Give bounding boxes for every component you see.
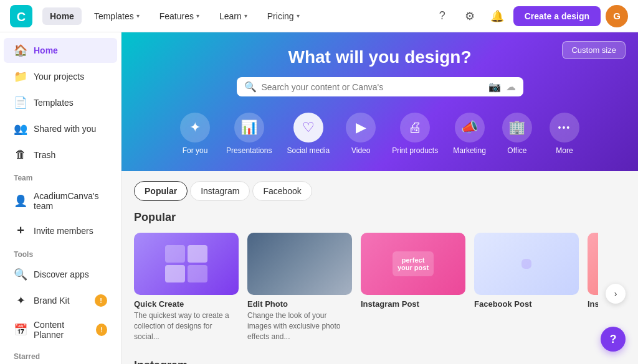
shared-icon: 👥 [14, 122, 27, 136]
category-more[interactable]: ••• More [542, 109, 587, 159]
sidebar-item-discover[interactable]: 🔍 Discover apps [4, 262, 117, 287]
card-instagram-story[interactable]: EngageyourAudience Instagram Story [588, 233, 598, 342]
sidebar-item-brand-kit[interactable]: ✦ Brand Kit ! [4, 288, 117, 313]
camera-icon[interactable]: 📷 [488, 81, 501, 93]
help-icon-button[interactable]: ? [431, 5, 454, 27]
nav-templates[interactable]: Templates ▾ [87, 7, 147, 25]
card-quick-create-desc: The quickest way to create a collection … [134, 310, 239, 342]
search-bar: 🔍 📷 ☁ [237, 77, 523, 96]
card-instagram-story-label: Instagram Story [588, 299, 598, 309]
settings-icon-button[interactable]: ⚙ [459, 5, 481, 27]
planner-badge: ! [96, 324, 107, 336]
foryou-icon: ✦ [180, 113, 210, 142]
chevron-down-icon: ▾ [297, 12, 300, 19]
instagram-section-title: Instagram [134, 359, 626, 364]
tab-bar: Popular Instagram Facebook [134, 181, 626, 201]
brand-kit-badge: ! [95, 294, 107, 307]
sidebar: 🏠 Home 📁 Your projects 📄 Templates 👥 Sha… [0, 32, 121, 364]
nav-features[interactable]: Features ▾ [152, 7, 207, 25]
card-edit-photo[interactable]: Edit Photo Change the look of your image… [247, 233, 352, 342]
top-navigation: C Home Templates ▾ Features ▾ Learn ▾ Pr… [0, 0, 638, 32]
search-input[interactable] [262, 82, 483, 92]
team-section-header: Team [0, 167, 121, 185]
tab-popular[interactable]: Popular [134, 181, 188, 201]
home-icon: 🏠 [14, 44, 27, 57]
category-social-media[interactable]: ♡ Social media [280, 109, 336, 159]
category-marketing[interactable]: 📣 Marketing [447, 109, 492, 159]
discover-icon: 🔍 [14, 268, 27, 281]
card-quick-create-label: Quick Create [134, 299, 239, 309]
app-container: C Home Templates ▾ Features ▾ Learn ▾ Pr… [0, 0, 638, 364]
category-foryou[interactable]: ✦ For you [173, 109, 217, 159]
trash-icon: 🗑 [14, 148, 27, 161]
chevron-down-icon: ▾ [244, 12, 247, 19]
card-quick-create[interactable]: Quick Create The quickest way to create … [134, 233, 239, 342]
popular-cards-row: Quick Create The quickest way to create … [134, 233, 598, 342]
card-edit-photo-label: Edit Photo [247, 299, 352, 309]
sidebar-item-team[interactable]: 👤 AcadiumCanva's team [4, 185, 117, 217]
nav-home[interactable]: Home [42, 7, 82, 25]
card-facebook-post-label: Facebook Post [474, 299, 579, 309]
office-icon: 🏢 [502, 113, 532, 142]
category-office[interactable]: 🏢 Office [495, 109, 540, 159]
nav-pricing[interactable]: Pricing ▾ [260, 7, 307, 25]
card-instagram-post-label: Instagram Post [361, 299, 465, 309]
search-icon: 🔍 [244, 81, 257, 93]
sidebar-item-home[interactable]: 🏠 Home [4, 38, 117, 63]
notifications-icon-button[interactable]: 🔔 [486, 5, 508, 27]
tab-facebook[interactable]: Facebook [252, 181, 312, 201]
chevron-down-icon: ▾ [196, 12, 199, 19]
chevron-down-icon: ▾ [136, 12, 140, 19]
popular-section-title: Popular [134, 211, 626, 224]
team-icon: 👤 [14, 194, 27, 208]
sidebar-item-templates[interactable]: 📄 Templates [4, 90, 117, 115]
card-edit-photo-desc: Change the look of your images with excl… [247, 310, 352, 342]
starred-section-header: Starred [0, 346, 121, 363]
marketing-icon: 📣 [455, 113, 485, 142]
template-icon: 📄 [14, 96, 27, 110]
sidebar-item-invite[interactable]: + Invite members [4, 218, 117, 243]
presentations-icon: 📊 [234, 113, 264, 142]
hero-section: Custom size What will you design? 🔍 📷 ☁ … [121, 32, 638, 171]
social-media-icon: ♡ [293, 113, 323, 142]
category-print-products[interactable]: 🖨 Print products [386, 109, 444, 159]
avatar[interactable]: G [606, 5, 628, 27]
brand-icon: ✦ [14, 294, 27, 307]
next-arrow-button[interactable]: › [606, 284, 626, 304]
sidebar-item-content-planner[interactable]: 📅 Content Planner ! [4, 314, 117, 345]
sidebar-item-shared[interactable]: 👥 Shared with you [4, 116, 117, 141]
create-design-button[interactable]: Create a design [513, 6, 601, 26]
category-presentations[interactable]: 📊 Presentations [220, 109, 278, 159]
print-icon: 🖨 [400, 113, 430, 142]
custom-size-button[interactable]: Custom size [562, 41, 626, 59]
nav-learn[interactable]: Learn ▾ [212, 7, 255, 25]
folder-icon: 📁 [14, 70, 27, 83]
content-area: Popular Instagram Facebook Popular [121, 171, 638, 364]
card-instagram-post[interactable]: perfectyour post Instagram Post [361, 233, 465, 342]
sidebar-item-projects[interactable]: 📁 Your projects [4, 64, 117, 89]
sidebar-item-trash[interactable]: 🗑 Trash [4, 142, 117, 167]
svg-text:C: C [17, 10, 26, 24]
add-icon: + [14, 223, 27, 238]
body: 🏠 Home 📁 Your projects 📄 Templates 👥 Sha… [0, 32, 638, 364]
tab-instagram[interactable]: Instagram [190, 181, 250, 201]
card-facebook-post[interactable]: Facebook Post [474, 233, 579, 342]
more-icon: ••• [550, 113, 579, 142]
logo[interactable]: C [10, 5, 32, 27]
upload-icon[interactable]: ☁ [506, 81, 516, 93]
video-icon: ▶ [346, 113, 376, 142]
category-list: ✦ For you 📊 Presentations ♡ Social media… [141, 109, 618, 159]
hero-title: What will you design? [141, 47, 618, 67]
tools-section-header: Tools [0, 244, 121, 261]
category-video[interactable]: ▶ Video [338, 109, 383, 159]
main-content: Custom size What will you design? 🔍 📷 ☁ … [121, 32, 638, 364]
help-bubble-button[interactable]: ? [601, 327, 626, 352]
planner-icon: 📅 [14, 323, 27, 337]
